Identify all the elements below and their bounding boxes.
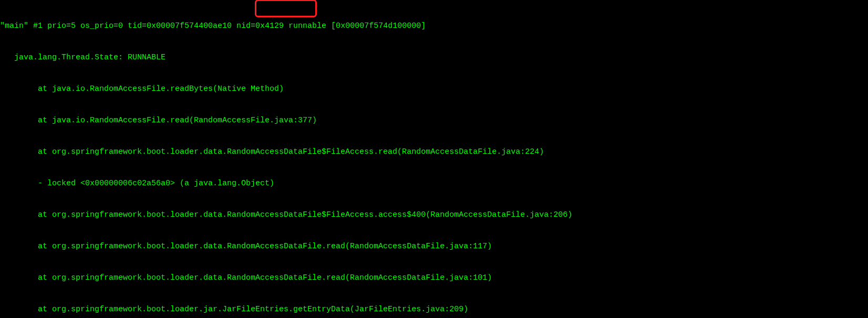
thread-header-highlight: nid=0x4129 [232, 22, 288, 30]
stack-frame: at java.io.RandomAccessFile.readBytes(Na… [0, 84, 868, 94]
stack-frame: at org.springframework.boot.loader.jar.J… [0, 304, 868, 315]
stack-frame: at org.springframework.boot.loader.data.… [0, 147, 868, 157]
stack-frame: at org.springframework.boot.loader.data.… [0, 210, 868, 220]
thread-state: java.lang.Thread.State: RUNNABLE [0, 52, 868, 63]
stack-frame: at org.springframework.boot.loader.data.… [0, 273, 868, 283]
nid-highlight-box [255, 0, 317, 17]
thread-header: "main" #1 prio=5 os_prio=0 tid=0x00007f5… [0, 21, 868, 31]
thread-header-tail: runnable [0x00007f574d100000] [288, 22, 426, 30]
terminal-output: "main" #1 prio=5 os_prio=0 tid=0x00007f5… [0, 0, 868, 318]
stack-frame: - locked <0x00000006c02a56a0> (a java.la… [0, 178, 868, 189]
stack-frame: at org.springframework.boot.loader.data.… [0, 241, 868, 252]
thread-header-prefix: "main" #1 prio=5 os_prio=0 tid=0x00007f5… [0, 22, 232, 30]
stack-frame: at java.io.RandomAccessFile.read(RandomA… [0, 115, 868, 126]
